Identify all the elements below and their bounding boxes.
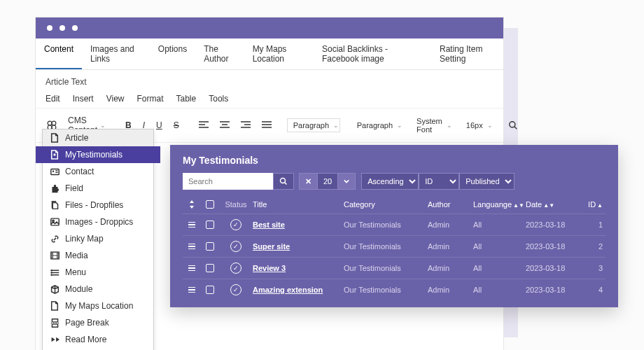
window-control-maximize[interactable]: [72, 25, 78, 31]
cms-item-module[interactable]: Module: [43, 281, 153, 298]
row-date: 2023-03-18: [526, 220, 582, 229]
menu-table[interactable]: Table: [176, 94, 197, 104]
puzzle-icon: [50, 184, 59, 193]
cms-item-media[interactable]: Media: [43, 247, 153, 264]
cms-item-field[interactable]: Field: [43, 180, 153, 197]
row-id: 1: [582, 220, 603, 229]
cms-item-menu[interactable]: Menu: [43, 264, 153, 281]
row-author: Admin: [428, 286, 473, 294]
row-status[interactable]: ✓: [219, 241, 253, 252]
block-format-dropdown[interactable]: Paragraph⌄: [287, 118, 340, 132]
sort-column-select[interactable]: ID: [419, 173, 459, 190]
tab-content[interactable]: Content: [36, 38, 82, 69]
menu-insert[interactable]: Insert: [73, 94, 94, 104]
tab-options[interactable]: Options: [150, 38, 195, 69]
status-filter-select[interactable]: Published: [459, 173, 514, 190]
row-checkbox[interactable]: [201, 220, 219, 229]
align-right-button[interactable]: [237, 118, 255, 132]
cms-item-label: MyTestimonials: [65, 150, 122, 160]
sort-column-header[interactable]: [183, 200, 201, 209]
editor-menubar: EditInsertViewFormatTableTools: [36, 91, 503, 108]
row-checkbox[interactable]: [201, 264, 219, 272]
strikethrough-button[interactable]: S: [169, 118, 183, 133]
menu-format[interactable]: Format: [137, 94, 164, 104]
pgbreak-icon: [50, 318, 59, 328]
title-header[interactable]: Title: [253, 200, 344, 209]
id-header[interactable]: ID▲: [582, 200, 603, 209]
row-title-link[interactable]: Super site: [253, 242, 290, 251]
chevron-down-icon: ⌄: [333, 122, 339, 129]
tab-my-maps-location[interactable]: My Maps Location: [244, 38, 314, 69]
row-title-link[interactable]: Review 3: [253, 264, 286, 272]
search-icon[interactable]: [504, 118, 522, 133]
sort-arrows-icon: ▲▼: [543, 202, 554, 209]
search-input[interactable]: [183, 173, 274, 190]
paragraph-style-dropdown[interactable]: Paragraph⌄: [351, 119, 408, 132]
align-left-button[interactable]: [195, 118, 213, 132]
cms-item-my-maps-location[interactable]: My Maps Location: [43, 298, 153, 314]
search-button[interactable]: [273, 173, 294, 190]
testimonials-table: Status Title Category Author Languange▲▼…: [170, 195, 618, 300]
tab-social-backlinks-facebook-image[interactable]: Social Backlinks - Facebook image: [314, 38, 431, 69]
category-header[interactable]: Category: [344, 200, 428, 209]
drag-handle[interactable]: [183, 222, 201, 228]
row-language: All: [473, 220, 526, 229]
content-tabs: ContentImages and LinksOptionsThe Author…: [36, 38, 503, 70]
drag-handle[interactable]: [183, 265, 201, 272]
page-add-icon: [50, 150, 59, 160]
svg-point-14: [281, 178, 286, 183]
cms-item-page-break[interactable]: Page Break: [43, 314, 153, 331]
sort-direction-select[interactable]: Ascending: [361, 173, 419, 190]
select-all-checkbox[interactable]: [201, 200, 219, 209]
author-header[interactable]: Author: [428, 200, 473, 209]
clear-filter-button[interactable]: ✕: [299, 173, 318, 190]
chevron-down-icon: ⌄: [397, 122, 402, 129]
font-size-dropdown[interactable]: 16px⌄: [461, 119, 498, 132]
language-header[interactable]: Languange▲▼: [473, 200, 526, 209]
cms-item-images-droppics[interactable]: Images - Droppics: [43, 214, 153, 230]
row-author: Admin: [428, 220, 473, 229]
tab-images-and-links[interactable]: Images and Links: [82, 38, 150, 69]
menu-view[interactable]: View: [106, 94, 125, 104]
font-family-dropdown[interactable]: System Font⌄: [411, 115, 458, 136]
page-size-dropdown[interactable]: [337, 173, 356, 190]
table-row: ✓ Amazing extension Our Testimonials Adm…: [183, 279, 606, 300]
drag-handle[interactable]: [183, 244, 201, 250]
row-checkbox[interactable]: [201, 286, 219, 294]
window-control-minimize[interactable]: [59, 25, 65, 31]
cms-item-label: Page Break: [65, 318, 109, 328]
window-titlebar: [36, 18, 503, 38]
cms-item-article[interactable]: Article: [43, 130, 153, 146]
drag-handle[interactable]: [183, 287, 201, 293]
cms-item-linky-map[interactable]: Linky Map: [43, 230, 153, 247]
cms-item-label: Menu: [65, 267, 86, 277]
underline-button[interactable]: U: [152, 118, 167, 133]
checkmark-icon: ✓: [230, 284, 241, 295]
tab-the-author[interactable]: The Author: [195, 38, 244, 69]
cms-item-contact[interactable]: Contact: [43, 163, 153, 180]
tab-rating-item-setting[interactable]: Rating Item Setting: [431, 38, 503, 69]
date-header[interactable]: Date▲▼: [526, 200, 582, 209]
page-size-value: 20: [317, 173, 338, 190]
align-justify-button[interactable]: [258, 118, 276, 132]
row-title-link[interactable]: Amazing extension: [253, 286, 323, 294]
window-control-close[interactable]: [47, 25, 52, 31]
row-status[interactable]: ✓: [219, 262, 253, 274]
readmore-icon: [50, 336, 59, 343]
row-checkbox[interactable]: [201, 242, 219, 251]
status-header[interactable]: Status: [219, 200, 253, 209]
svg-point-12: [50, 274, 52, 275]
cms-item-read-more[interactable]: Read More: [43, 331, 153, 348]
date-header-label: Date: [526, 200, 542, 209]
row-status[interactable]: ✓: [219, 284, 253, 295]
menu-tools[interactable]: Tools: [209, 94, 228, 104]
menu-edit[interactable]: Edit: [46, 94, 60, 104]
row-id: 4: [582, 286, 603, 294]
chevron-down-icon: ⌄: [447, 122, 452, 129]
row-title-link[interactable]: Best site: [253, 220, 285, 229]
cms-item-mytestimonials[interactable]: MyTestimonials: [36, 146, 160, 163]
cms-item-files-dropfiles[interactable]: Files - Dropfiles: [43, 197, 153, 214]
svg-point-10: [50, 270, 52, 271]
row-status[interactable]: ✓: [219, 219, 253, 230]
align-center-button[interactable]: [216, 118, 234, 132]
